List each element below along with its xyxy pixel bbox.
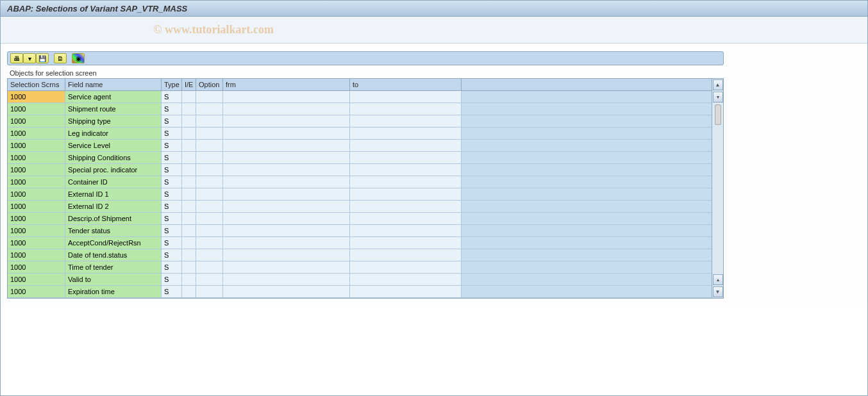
cell-scrn[interactable]: 1000 <box>8 152 65 163</box>
cell-type[interactable]: S <box>162 274 182 285</box>
cell-option[interactable] <box>196 164 223 176</box>
cell-option[interactable] <box>196 128 223 139</box>
cell-ie[interactable] <box>182 274 196 285</box>
cell-option[interactable] <box>196 140 223 151</box>
cell-option[interactable] <box>196 188 223 200</box>
cell-scrn[interactable]: 1000 <box>8 176 65 188</box>
cell-frm[interactable] <box>223 249 350 261</box>
cell-ie[interactable] <box>182 115 196 127</box>
scroll-up-icon[interactable]: ▲ <box>713 79 723 90</box>
cell-field[interactable]: Shipping type <box>65 115 162 127</box>
cell-ie[interactable] <box>182 91 196 103</box>
col-header-option[interactable]: Option <box>196 79 223 90</box>
cell-to[interactable] <box>350 115 462 127</box>
cell-ie[interactable] <box>182 261 196 273</box>
cell-ie[interactable] <box>182 201 196 212</box>
cell-field[interactable]: Descrip.of Shipment <box>65 213 162 224</box>
cell-frm[interactable] <box>223 140 350 151</box>
cell-option[interactable] <box>196 103 223 115</box>
cell-ie[interactable] <box>182 286 196 297</box>
cell-field[interactable]: Valid to <box>65 274 162 285</box>
cell-frm[interactable] <box>223 176 350 188</box>
cell-to[interactable] <box>350 213 462 224</box>
cell-to[interactable] <box>350 225 462 236</box>
cell-type[interactable]: S <box>162 115 182 127</box>
cell-scrn[interactable]: 1000 <box>8 188 65 200</box>
cell-ie[interactable] <box>182 225 196 236</box>
cell-ie[interactable] <box>182 249 196 261</box>
cell-to[interactable] <box>350 237 462 249</box>
table-row[interactable]: 1000Time of tenderS <box>8 261 712 274</box>
table-row[interactable]: 1000Expiration timeS <box>8 286 712 298</box>
scroll-page-up-icon[interactable]: ▾ <box>713 92 723 103</box>
cell-scrn[interactable]: 1000 <box>8 128 65 139</box>
cell-frm[interactable] <box>223 91 350 103</box>
cell-field[interactable]: AcceptCond/RejectRsn <box>65 237 162 249</box>
cell-to[interactable] <box>350 128 462 139</box>
cell-ie[interactable] <box>182 188 196 200</box>
table-row[interactable]: 1000AcceptCond/RejectRsnS <box>8 237 712 249</box>
cell-field[interactable]: Service agent <box>65 91 162 103</box>
cell-frm[interactable] <box>223 152 350 163</box>
cell-type[interactable]: S <box>162 225 182 236</box>
col-header-to[interactable]: to <box>350 79 462 90</box>
cell-type[interactable]: S <box>162 176 182 188</box>
table-row[interactable]: 1000Service agentS <box>8 91 712 103</box>
table-row[interactable]: 1000Special proc. indicatorS <box>8 164 712 176</box>
cell-field[interactable]: Expiration time <box>65 286 162 297</box>
cell-to[interactable] <box>350 274 462 285</box>
cell-field[interactable]: Special proc. indicator <box>65 164 162 176</box>
col-header-ie[interactable]: I/E <box>182 79 196 90</box>
cell-option[interactable] <box>196 237 223 249</box>
cell-scrn[interactable]: 1000 <box>8 225 65 236</box>
save-icon[interactable]: 💾 <box>36 53 49 63</box>
cell-type[interactable]: S <box>162 91 182 103</box>
cell-frm[interactable] <box>223 103 350 115</box>
cell-option[interactable] <box>196 225 223 236</box>
cell-field[interactable]: External ID 2 <box>65 201 162 212</box>
cell-field[interactable]: Shipping Conditions <box>65 152 162 163</box>
cell-type[interactable]: S <box>162 152 182 163</box>
cell-to[interactable] <box>350 103 462 115</box>
cell-option[interactable] <box>196 115 223 127</box>
cell-ie[interactable] <box>182 213 196 224</box>
cell-scrn[interactable]: 1000 <box>8 274 65 285</box>
cell-type[interactable]: S <box>162 261 182 273</box>
cell-option[interactable] <box>196 261 223 273</box>
table-row[interactable]: 1000Shipping typeS <box>8 115 712 128</box>
cell-scrn[interactable]: 1000 <box>8 164 65 176</box>
filter-icon[interactable]: ▾ <box>23 53 36 63</box>
table-row[interactable]: 1000Date of tend.statusS <box>8 249 712 261</box>
cell-type[interactable]: S <box>162 249 182 261</box>
cell-type[interactable]: S <box>162 237 182 249</box>
scroll-track[interactable] <box>712 103 723 274</box>
cell-ie[interactable] <box>182 128 196 139</box>
cell-scrn[interactable]: 1000 <box>8 286 65 297</box>
cell-type[interactable]: S <box>162 188 182 200</box>
scroll-down-icon[interactable]: ▼ <box>713 286 723 297</box>
cell-option[interactable] <box>196 201 223 212</box>
cell-option[interactable] <box>196 152 223 163</box>
cell-to[interactable] <box>350 261 462 273</box>
table-row[interactable]: 1000Leg indicatorS <box>8 128 712 140</box>
cell-frm[interactable] <box>223 213 350 224</box>
cell-to[interactable] <box>350 249 462 261</box>
cell-scrn[interactable]: 1000 <box>8 213 65 224</box>
print-icon[interactable]: 🖶 <box>10 53 23 63</box>
cell-type[interactable]: S <box>162 286 182 297</box>
cell-option[interactable] <box>196 91 223 103</box>
cell-scrn[interactable]: 1000 <box>8 249 65 261</box>
table-row[interactable]: 1000Service LevelS <box>8 140 712 152</box>
cell-field[interactable]: Time of tender <box>65 261 162 273</box>
vertical-scrollbar[interactable]: ▲ ▾ ▴ ▼ <box>712 79 723 298</box>
cell-scrn[interactable]: 1000 <box>8 237 65 249</box>
table-row[interactable]: 1000Descrip.of ShipmentS <box>8 213 712 225</box>
cell-scrn[interactable]: 1000 <box>8 103 65 115</box>
cell-frm[interactable] <box>223 115 350 127</box>
cell-option[interactable] <box>196 249 223 261</box>
cell-option[interactable] <box>196 213 223 224</box>
cell-to[interactable] <box>350 286 462 297</box>
cell-ie[interactable] <box>182 152 196 163</box>
table-row[interactable]: 1000External ID 2S <box>8 201 712 213</box>
cell-to[interactable] <box>350 140 462 151</box>
